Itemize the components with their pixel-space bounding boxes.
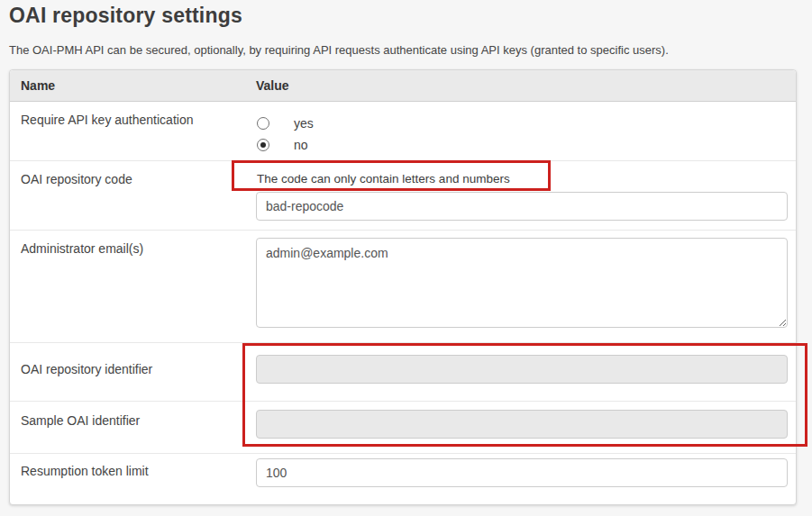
radio-option-no[interactable]: no (256, 134, 788, 156)
require-api-key-label: Require API key authentication (10, 102, 244, 160)
page-title: OAI repository settings (9, 4, 242, 28)
administrator-emails-label: Administrator email(s) (10, 231, 244, 342)
oai-repository-identifier-label: OAI repository identifier (10, 343, 244, 401)
oai-repository-identifier-input (256, 355, 788, 384)
sample-oai-identifier-label: Sample OAI identifier (10, 402, 244, 453)
value-column-header: Value (244, 78, 796, 93)
name-column-header: Name (10, 78, 244, 93)
table-row-sample-oai-identifier: Sample OAI identifier (10, 402, 796, 454)
settings-table: Name Value Require API key authenticatio… (9, 69, 797, 505)
radio-no-icon[interactable] (257, 139, 269, 151)
oai-repository-code-cell: The code can only contain letters and nu… (244, 161, 796, 230)
oai-repository-identifier-cell (244, 343, 796, 401)
administrator-emails-textarea[interactable]: admin@example.com (256, 238, 788, 328)
administrator-emails-cell: admin@example.com (244, 231, 796, 342)
resumption-token-limit-cell (244, 454, 796, 504)
oai-repository-code-input[interactable] (256, 192, 788, 221)
sample-oai-identifier-input (256, 410, 788, 439)
sample-oai-identifier-cell (244, 402, 796, 453)
table-header-row: Name Value (10, 70, 796, 102)
resumption-token-limit-input[interactable] (256, 458, 788, 487)
resumption-token-limit-label: Resumption token limit (10, 454, 244, 504)
table-row-administrator-emails: Administrator email(s) admin@example.com (10, 231, 796, 343)
radio-option-yes[interactable]: yes (256, 113, 788, 134)
table-row-oai-repository-identifier: OAI repository identifier (10, 343, 796, 402)
table-row-oai-repository-code: OAI repository code The code can only co… (10, 161, 796, 231)
radio-yes-label[interactable]: yes (294, 116, 314, 131)
page-description: The OAI-PMH API can be secured, optional… (9, 43, 669, 57)
radio-no-label[interactable]: no (294, 138, 308, 152)
table-row-resumption-token-limit: Resumption token limit (10, 454, 796, 504)
oai-repository-code-label: OAI repository code (10, 161, 244, 230)
validation-message: The code can only contain letters and nu… (257, 172, 788, 186)
table-row-require-api-key: Require API key authentication yes no (10, 102, 796, 161)
radio-yes-icon[interactable] (257, 117, 269, 130)
require-api-key-options: yes no (244, 102, 796, 160)
